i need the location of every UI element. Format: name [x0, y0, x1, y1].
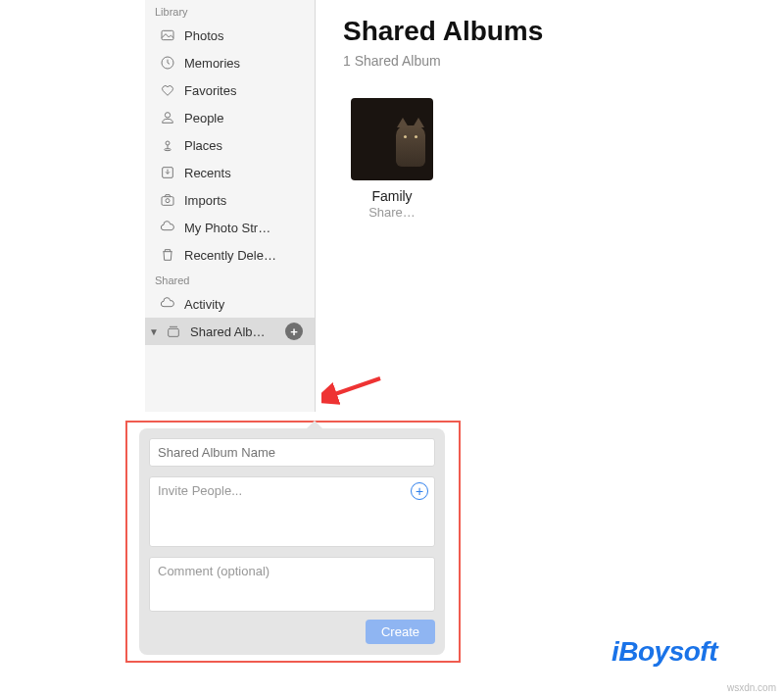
- people-icon: [159, 109, 176, 126]
- svg-point-2: [165, 113, 170, 118]
- sidebar-item-shared-albums[interactable]: ▼ Shared Alb… +: [145, 318, 315, 345]
- photos-icon: [159, 26, 176, 44]
- new-shared-album-popover: Invite People... + Comment (optional) Cr…: [139, 428, 445, 655]
- invite-placeholder-text: Invite People...: [158, 483, 242, 498]
- create-button[interactable]: Create: [366, 620, 435, 644]
- watermark-site: wsxdn.com: [727, 682, 776, 693]
- sidebar-item-label: Photos: [184, 28, 307, 43]
- sidebar-item-places[interactable]: Places: [145, 131, 315, 159]
- sidebar-item-imports[interactable]: Imports: [145, 186, 315, 214]
- svg-line-10: [329, 378, 380, 396]
- album-subtitle: Share…: [343, 205, 441, 220]
- main-content: Shared Albums 1 Shared Album Family Shar…: [316, 0, 784, 229]
- cloud-icon: [159, 295, 176, 313]
- svg-rect-9: [169, 328, 179, 336]
- sidebar: Library Photos Memories Favorites People…: [145, 0, 316, 412]
- sidebar-item-label: Shared Alb…: [190, 324, 277, 339]
- svg-point-4: [165, 149, 172, 151]
- shared-album-name-input[interactable]: [149, 438, 435, 467]
- cloud-icon: [159, 219, 176, 236]
- comment-placeholder-text: Comment (optional): [158, 564, 270, 578]
- sidebar-item-activity[interactable]: Activity: [145, 290, 315, 318]
- sidebar-item-label: My Photo Str…: [184, 221, 307, 235]
- recents-icon: [159, 164, 176, 181]
- page-title: Shared Albums: [343, 16, 774, 47]
- annotation-highlight-box: Invite People... + Comment (optional) Cr…: [125, 421, 461, 663]
- sidebar-item-memories[interactable]: Memories: [145, 49, 315, 76]
- imports-icon: [159, 191, 176, 209]
- trash-icon: [159, 246, 176, 264]
- sidebar-item-label: Favorites: [184, 83, 307, 98]
- chevron-down-icon[interactable]: ▼: [149, 326, 159, 337]
- sidebar-item-recently-deleted[interactable]: Recently Dele…: [145, 241, 315, 269]
- sidebar-item-favorites[interactable]: Favorites: [145, 76, 315, 104]
- invite-people-input[interactable]: Invite People... +: [149, 476, 435, 547]
- sidebar-item-people[interactable]: People: [145, 104, 315, 131]
- annotation-arrow: [321, 373, 390, 412]
- album-thumbnail: [351, 98, 433, 180]
- sidebar-section-shared-header: Shared: [145, 269, 315, 290]
- svg-point-3: [166, 141, 170, 145]
- page-subtitle: 1 Shared Album: [343, 53, 774, 69]
- sidebar-item-label: Activity: [184, 297, 307, 312]
- memories-icon: [159, 54, 176, 72]
- sidebar-item-label: Recents: [184, 166, 307, 180]
- sidebar-item-label: Imports: [184, 193, 307, 208]
- favorites-icon: [159, 81, 176, 99]
- sidebar-section-library-header: Library: [145, 0, 315, 22]
- shared-album-item[interactable]: Family Share…: [343, 98, 441, 220]
- svg-point-8: [166, 199, 170, 203]
- watermark-logo: iBoysoft: [612, 636, 717, 668]
- svg-rect-7: [162, 197, 173, 206]
- sidebar-item-my-photo-stream[interactable]: My Photo Str…: [145, 214, 315, 241]
- sidebar-item-recents[interactable]: Recents: [145, 159, 315, 186]
- album-stack-icon: [165, 323, 182, 340]
- sidebar-item-label: Recently Dele…: [184, 248, 307, 263]
- sidebar-item-label: Places: [184, 138, 307, 153]
- sidebar-item-photos[interactable]: Photos: [145, 22, 315, 49]
- album-name: Family: [343, 188, 441, 204]
- add-shared-album-button[interactable]: +: [285, 323, 303, 340]
- comment-input[interactable]: Comment (optional): [149, 557, 435, 612]
- add-contact-button[interactable]: +: [411, 482, 428, 500]
- sidebar-item-label: People: [184, 111, 307, 125]
- sidebar-item-label: Memories: [184, 56, 307, 71]
- places-icon: [159, 136, 176, 154]
